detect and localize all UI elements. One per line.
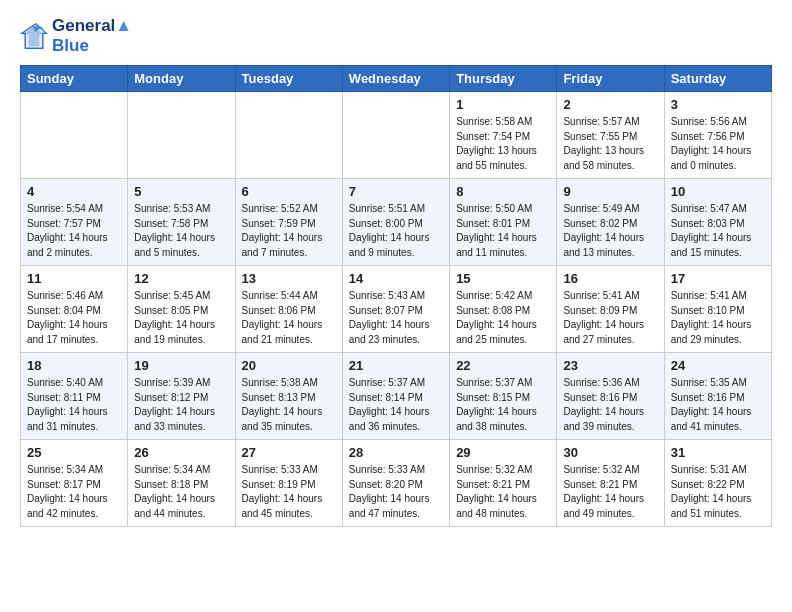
weekday-header-wednesday: Wednesday xyxy=(342,66,449,92)
calendar-cell: 28Sunrise: 5:33 AMSunset: 8:20 PMDayligh… xyxy=(342,440,449,527)
day-number: 12 xyxy=(134,271,228,286)
day-number: 18 xyxy=(27,358,121,373)
day-number: 1 xyxy=(456,97,550,112)
day-info: Sunrise: 5:53 AMSunset: 7:58 PMDaylight:… xyxy=(134,202,228,260)
day-number: 7 xyxy=(349,184,443,199)
calendar-cell: 30Sunrise: 5:32 AMSunset: 8:21 PMDayligh… xyxy=(557,440,664,527)
day-number: 6 xyxy=(242,184,336,199)
day-info: Sunrise: 5:46 AMSunset: 8:04 PMDaylight:… xyxy=(27,289,121,347)
day-info: Sunrise: 5:41 AMSunset: 8:09 PMDaylight:… xyxy=(563,289,657,347)
day-info: Sunrise: 5:45 AMSunset: 8:05 PMDaylight:… xyxy=(134,289,228,347)
day-number: 31 xyxy=(671,445,765,460)
calendar-cell: 26Sunrise: 5:34 AMSunset: 8:18 PMDayligh… xyxy=(128,440,235,527)
day-info: Sunrise: 5:41 AMSunset: 8:10 PMDaylight:… xyxy=(671,289,765,347)
day-info: Sunrise: 5:50 AMSunset: 8:01 PMDaylight:… xyxy=(456,202,550,260)
calendar-week-3: 11Sunrise: 5:46 AMSunset: 8:04 PMDayligh… xyxy=(21,266,772,353)
day-info: Sunrise: 5:40 AMSunset: 8:11 PMDaylight:… xyxy=(27,376,121,434)
day-number: 14 xyxy=(349,271,443,286)
calendar-cell: 18Sunrise: 5:40 AMSunset: 8:11 PMDayligh… xyxy=(21,353,128,440)
day-number: 13 xyxy=(242,271,336,286)
day-info: Sunrise: 5:56 AMSunset: 7:56 PMDaylight:… xyxy=(671,115,765,173)
day-number: 8 xyxy=(456,184,550,199)
calendar-cell xyxy=(128,92,235,179)
calendar-cell: 12Sunrise: 5:45 AMSunset: 8:05 PMDayligh… xyxy=(128,266,235,353)
weekday-header-sunday: Sunday xyxy=(21,66,128,92)
day-number: 9 xyxy=(563,184,657,199)
day-info: Sunrise: 5:38 AMSunset: 8:13 PMDaylight:… xyxy=(242,376,336,434)
calendar-cell: 24Sunrise: 5:35 AMSunset: 8:16 PMDayligh… xyxy=(664,353,771,440)
day-number: 5 xyxy=(134,184,228,199)
calendar-header-row: SundayMondayTuesdayWednesdayThursdayFrid… xyxy=(21,66,772,92)
day-number: 30 xyxy=(563,445,657,460)
calendar-week-1: 1Sunrise: 5:58 AMSunset: 7:54 PMDaylight… xyxy=(21,92,772,179)
calendar-week-2: 4Sunrise: 5:54 AMSunset: 7:57 PMDaylight… xyxy=(21,179,772,266)
day-number: 25 xyxy=(27,445,121,460)
day-number: 16 xyxy=(563,271,657,286)
weekday-header-friday: Friday xyxy=(557,66,664,92)
logo-text: General▲ Blue xyxy=(52,16,132,55)
day-number: 3 xyxy=(671,97,765,112)
day-number: 20 xyxy=(242,358,336,373)
calendar-cell: 23Sunrise: 5:36 AMSunset: 8:16 PMDayligh… xyxy=(557,353,664,440)
calendar-cell: 14Sunrise: 5:43 AMSunset: 8:07 PMDayligh… xyxy=(342,266,449,353)
day-info: Sunrise: 5:33 AMSunset: 8:19 PMDaylight:… xyxy=(242,463,336,521)
day-number: 24 xyxy=(671,358,765,373)
day-info: Sunrise: 5:57 AMSunset: 7:55 PMDaylight:… xyxy=(563,115,657,173)
weekday-header-monday: Monday xyxy=(128,66,235,92)
header: General▲ Blue xyxy=(20,16,772,55)
day-info: Sunrise: 5:44 AMSunset: 8:06 PMDaylight:… xyxy=(242,289,336,347)
calendar-table: SundayMondayTuesdayWednesdayThursdayFrid… xyxy=(20,65,772,527)
calendar-cell: 17Sunrise: 5:41 AMSunset: 8:10 PMDayligh… xyxy=(664,266,771,353)
day-number: 23 xyxy=(563,358,657,373)
calendar-cell: 29Sunrise: 5:32 AMSunset: 8:21 PMDayligh… xyxy=(450,440,557,527)
calendar-cell: 7Sunrise: 5:51 AMSunset: 8:00 PMDaylight… xyxy=(342,179,449,266)
day-info: Sunrise: 5:37 AMSunset: 8:15 PMDaylight:… xyxy=(456,376,550,434)
calendar-cell: 20Sunrise: 5:38 AMSunset: 8:13 PMDayligh… xyxy=(235,353,342,440)
weekday-header-thursday: Thursday xyxy=(450,66,557,92)
calendar-cell: 19Sunrise: 5:39 AMSunset: 8:12 PMDayligh… xyxy=(128,353,235,440)
calendar-cell: 15Sunrise: 5:42 AMSunset: 8:08 PMDayligh… xyxy=(450,266,557,353)
day-info: Sunrise: 5:43 AMSunset: 8:07 PMDaylight:… xyxy=(349,289,443,347)
day-info: Sunrise: 5:54 AMSunset: 7:57 PMDaylight:… xyxy=(27,202,121,260)
day-number: 22 xyxy=(456,358,550,373)
day-number: 19 xyxy=(134,358,228,373)
calendar-cell: 25Sunrise: 5:34 AMSunset: 8:17 PMDayligh… xyxy=(21,440,128,527)
day-info: Sunrise: 5:58 AMSunset: 7:54 PMDaylight:… xyxy=(456,115,550,173)
day-number: 28 xyxy=(349,445,443,460)
calendar-cell: 31Sunrise: 5:31 AMSunset: 8:22 PMDayligh… xyxy=(664,440,771,527)
calendar-cell: 27Sunrise: 5:33 AMSunset: 8:19 PMDayligh… xyxy=(235,440,342,527)
calendar-cell: 8Sunrise: 5:50 AMSunset: 8:01 PMDaylight… xyxy=(450,179,557,266)
day-number: 21 xyxy=(349,358,443,373)
day-info: Sunrise: 5:35 AMSunset: 8:16 PMDaylight:… xyxy=(671,376,765,434)
calendar-cell: 11Sunrise: 5:46 AMSunset: 8:04 PMDayligh… xyxy=(21,266,128,353)
calendar-cell: 21Sunrise: 5:37 AMSunset: 8:14 PMDayligh… xyxy=(342,353,449,440)
day-info: Sunrise: 5:36 AMSunset: 8:16 PMDaylight:… xyxy=(563,376,657,434)
day-info: Sunrise: 5:42 AMSunset: 8:08 PMDaylight:… xyxy=(456,289,550,347)
day-number: 11 xyxy=(27,271,121,286)
calendar-cell: 1Sunrise: 5:58 AMSunset: 7:54 PMDaylight… xyxy=(450,92,557,179)
day-number: 27 xyxy=(242,445,336,460)
day-info: Sunrise: 5:34 AMSunset: 8:17 PMDaylight:… xyxy=(27,463,121,521)
logo-icon xyxy=(20,22,48,50)
calendar-cell: 22Sunrise: 5:37 AMSunset: 8:15 PMDayligh… xyxy=(450,353,557,440)
day-info: Sunrise: 5:49 AMSunset: 8:02 PMDaylight:… xyxy=(563,202,657,260)
weekday-header-tuesday: Tuesday xyxy=(235,66,342,92)
day-info: Sunrise: 5:34 AMSunset: 8:18 PMDaylight:… xyxy=(134,463,228,521)
calendar-cell: 5Sunrise: 5:53 AMSunset: 7:58 PMDaylight… xyxy=(128,179,235,266)
day-info: Sunrise: 5:37 AMSunset: 8:14 PMDaylight:… xyxy=(349,376,443,434)
calendar-cell xyxy=(21,92,128,179)
logo: General▲ Blue xyxy=(20,16,132,55)
page: General▲ Blue SundayMondayTuesdayWednesd… xyxy=(0,0,792,543)
day-info: Sunrise: 5:32 AMSunset: 8:21 PMDaylight:… xyxy=(563,463,657,521)
calendar-week-5: 25Sunrise: 5:34 AMSunset: 8:17 PMDayligh… xyxy=(21,440,772,527)
day-number: 17 xyxy=(671,271,765,286)
day-info: Sunrise: 5:52 AMSunset: 7:59 PMDaylight:… xyxy=(242,202,336,260)
calendar-cell: 2Sunrise: 5:57 AMSunset: 7:55 PMDaylight… xyxy=(557,92,664,179)
day-number: 10 xyxy=(671,184,765,199)
calendar-week-4: 18Sunrise: 5:40 AMSunset: 8:11 PMDayligh… xyxy=(21,353,772,440)
day-number: 15 xyxy=(456,271,550,286)
calendar-cell: 9Sunrise: 5:49 AMSunset: 8:02 PMDaylight… xyxy=(557,179,664,266)
day-number: 2 xyxy=(563,97,657,112)
calendar-cell xyxy=(342,92,449,179)
day-info: Sunrise: 5:32 AMSunset: 8:21 PMDaylight:… xyxy=(456,463,550,521)
